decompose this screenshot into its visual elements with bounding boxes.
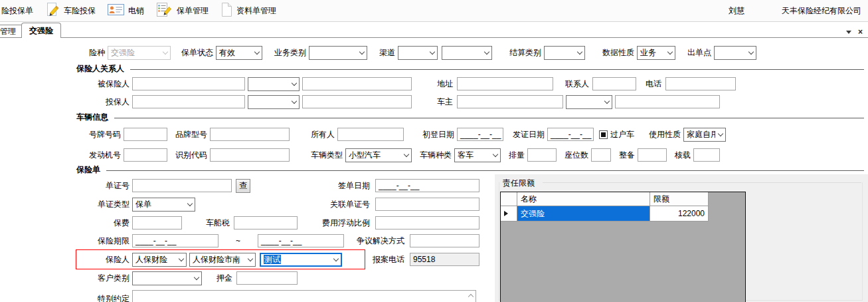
deposit-input[interactable] xyxy=(236,271,298,285)
owner-idno-input[interactable] xyxy=(615,95,720,108)
grid-header-row: 名称 限额 xyxy=(501,192,745,206)
engine-no-input[interactable] xyxy=(124,148,167,162)
doc-type-row: 单证类型 保单 xyxy=(0,197,195,212)
related-doc-input[interactable] xyxy=(375,198,479,211)
liability-limits-panel: 责任限额 名称 限额 交强险 122000 xyxy=(495,174,868,302)
insurer-branch-select[interactable]: 人保财险市南 xyxy=(189,253,256,267)
toolbar-item-label: 保单管理 xyxy=(177,5,209,17)
issue-point-select[interactable] xyxy=(714,46,756,60)
dispute-input[interactable] xyxy=(410,234,479,247)
policy-status-select[interactable]: 有效 xyxy=(216,46,262,60)
row-selector-cell[interactable] xyxy=(501,206,517,222)
seats-label: 座位数 xyxy=(562,150,588,161)
applicant-idtype-select[interactable] xyxy=(248,95,300,109)
vehicle-type-select[interactable]: 小型汽车 xyxy=(345,148,412,162)
owner-label: 车主 xyxy=(416,96,453,108)
plate-no-input[interactable] xyxy=(124,128,167,141)
brand-model-input[interactable] xyxy=(210,128,290,141)
report-phone-group: 报案电话 95518 xyxy=(259,252,479,267)
section-title: 保险单 xyxy=(76,164,100,176)
vehicle-type-label: 车辆类型 xyxy=(308,150,343,161)
owner-idtype-select[interactable] xyxy=(566,95,612,109)
chevron-down-icon xyxy=(191,272,201,285)
settlement-category-select[interactable] xyxy=(544,46,585,60)
insured-name-input[interactable] xyxy=(132,77,245,90)
curb-weight-label: 整备 xyxy=(616,150,635,161)
table-row[interactable]: 交强险 122000 xyxy=(501,206,745,222)
doc-no-input[interactable] xyxy=(132,179,232,192)
displacement-input[interactable] xyxy=(527,148,557,162)
vehicle-row-2: 发动机号 识别代码 车辆类型 小型汽车 车辆种类 客车 排量 座位数 整备 核载 xyxy=(0,148,720,162)
business-category-label: 业务类别 xyxy=(272,47,306,59)
toolbar-item-car-insure[interactable]: 车险投保 xyxy=(39,0,102,21)
cert-date-input[interactable]: ____-__-__ xyxy=(547,128,594,141)
channel-select-1[interactable] xyxy=(398,46,438,60)
cell-limit[interactable]: 122000 xyxy=(650,206,709,222)
data-nature-select[interactable]: 业务 xyxy=(637,46,675,60)
engine-no-label: 发动机号 xyxy=(0,150,121,161)
limits-panel-title: 责任限额 xyxy=(503,178,535,189)
checkbox-fill xyxy=(601,132,606,137)
applicant-name-input[interactable] xyxy=(132,95,245,108)
curb-weight-input[interactable] xyxy=(638,148,667,162)
tab-manage[interactable]: 管理 xyxy=(0,25,24,38)
document-icon xyxy=(220,2,232,19)
vehicle-kind-select[interactable]: 客车 xyxy=(454,148,501,162)
insured-idno-input[interactable] xyxy=(302,77,412,90)
toolbar-item-material-manage[interactable]: 资料单管理 xyxy=(215,0,282,21)
cell-name[interactable]: 交强险 xyxy=(517,206,650,222)
toolbar-item-telemarketing[interactable]: 电销 xyxy=(102,0,150,21)
usage-nature-select[interactable]: 家庭自用 xyxy=(683,128,726,142)
special-agreement-label: 特别约定 xyxy=(0,293,130,302)
insurer-company-select[interactable]: 人保财险 xyxy=(132,253,187,267)
header-fields-row: 险种 交强险 保单状态 有效 业务类别 渠道 结算类别 数据性质 xyxy=(0,45,756,60)
vehicle-holder-input[interactable] xyxy=(337,128,404,141)
seats-input[interactable] xyxy=(591,148,611,162)
load-input[interactable] xyxy=(693,148,720,162)
special-agreement-textarea[interactable] xyxy=(132,290,476,302)
transfer-car-checkbox[interactable] xyxy=(599,130,608,139)
vehicle-kind-label: 车辆种类 xyxy=(417,150,452,161)
doc-type-select[interactable]: 保单 xyxy=(132,198,195,212)
grid-header-name[interactable]: 名称 xyxy=(517,192,650,206)
close-tab-icon[interactable]: × xyxy=(858,28,863,36)
tab-list-dropdown-icon[interactable] xyxy=(846,31,851,34)
chevron-down-icon xyxy=(665,47,675,59)
policy-status-label: 保单状态 xyxy=(179,47,213,59)
issue-point-label: 出单点 xyxy=(685,47,711,59)
toolbar-item-policy-manage[interactable]: 保单管理 xyxy=(150,0,215,21)
data-nature-label: 数据性质 xyxy=(600,47,634,59)
fee-float-input[interactable] xyxy=(375,216,479,229)
plate-no-label: 号牌号码 xyxy=(0,129,121,140)
contact-label: 联系人 xyxy=(557,78,589,90)
customer-category-label: 客户类别 xyxy=(0,273,130,284)
applicant-idno-input[interactable] xyxy=(302,95,412,108)
search-button[interactable]: 查 xyxy=(236,179,250,193)
current-row-marker-icon xyxy=(504,211,508,216)
transfer-car-label: 过户车 xyxy=(610,129,640,140)
tab-label: 管理 xyxy=(0,26,16,37)
insured-idtype-select[interactable] xyxy=(248,77,300,91)
brand-model-label: 品牌型号 xyxy=(173,129,207,140)
tab-jiaoqiangxian[interactable]: 交强险 xyxy=(21,23,61,38)
scroll-up-icon[interactable] xyxy=(467,292,474,299)
toolbar-item-insure-form[interactable]: 险投保单 xyxy=(0,0,39,21)
phone-input[interactable] xyxy=(665,77,736,90)
business-category-select[interactable] xyxy=(309,46,367,60)
contact-input[interactable] xyxy=(592,77,636,90)
range-separator: ~ xyxy=(236,236,240,245)
customer-category-select[interactable] xyxy=(132,271,202,285)
sign-date-input[interactable]: ____-__-__ xyxy=(375,179,479,192)
first-reg-date-input[interactable]: ____-__-__ xyxy=(457,128,503,141)
vin-input[interactable] xyxy=(210,148,290,162)
insurance-type-select: 交强险 xyxy=(108,46,171,60)
toolbar-item-label: 险投保单 xyxy=(1,5,33,17)
chevron-down-icon xyxy=(185,198,195,211)
owner-name-input[interactable] xyxy=(457,95,563,108)
premium-input[interactable] xyxy=(132,216,182,229)
period-start-input[interactable]: ____-__-__ xyxy=(132,234,218,247)
grid-header-limit[interactable]: 限额 xyxy=(650,192,709,206)
grid-corner-cell[interactable] xyxy=(501,192,517,206)
channel-select-2[interactable] xyxy=(442,46,492,60)
address-input[interactable] xyxy=(457,77,553,90)
